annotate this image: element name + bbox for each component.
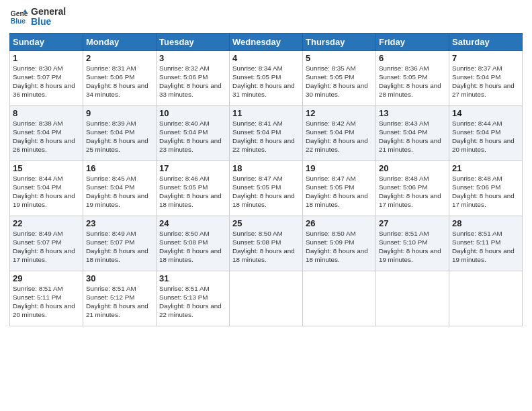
day-number: 28 <box>452 218 519 228</box>
day-info: Sunrise: 8:44 AM Sunset: 5:04 PM Dayligh… <box>452 119 519 154</box>
day-info: Sunrise: 8:32 AM Sunset: 5:06 PM Dayligh… <box>159 64 226 99</box>
calendar-cell: 15 Sunrise: 8:44 AM Sunset: 5:04 PM Dayl… <box>10 161 83 216</box>
calendar-week-row: 15 Sunrise: 8:44 AM Sunset: 5:04 PM Dayl… <box>10 161 523 216</box>
day-info: Sunrise: 8:46 AM Sunset: 5:05 PM Dayligh… <box>159 174 226 210</box>
day-number: 27 <box>379 218 446 228</box>
weekday-header-thursday: Thursday <box>303 33 376 50</box>
day-number: 11 <box>232 108 300 118</box>
day-number: 26 <box>306 218 373 228</box>
calendar-cell <box>230 271 303 326</box>
day-info: Sunrise: 8:51 AM Sunset: 5:13 PM Dayligh… <box>159 284 226 320</box>
day-number: 14 <box>452 108 519 118</box>
day-info: Sunrise: 8:39 AM Sunset: 5:04 PM Dayligh… <box>86 119 153 154</box>
day-number: 24 <box>159 218 226 228</box>
calendar-cell: 18 Sunrise: 8:47 AM Sunset: 5:05 PM Dayl… <box>230 161 303 216</box>
day-number: 10 <box>159 108 226 118</box>
calendar-cell: 26 Sunrise: 8:50 AM Sunset: 5:09 PM Dayl… <box>303 216 376 271</box>
weekday-header-friday: Friday <box>376 33 449 50</box>
calendar-cell: 11 Sunrise: 8:41 AM Sunset: 5:04 PM Dayl… <box>230 105 303 161</box>
day-info: Sunrise: 8:51 AM Sunset: 5:12 PM Dayligh… <box>86 284 153 320</box>
day-info: Sunrise: 8:43 AM Sunset: 5:04 PM Dayligh… <box>379 119 446 154</box>
calendar-cell: 8 Sunrise: 8:38 AM Sunset: 5:04 PM Dayli… <box>10 105 83 161</box>
calendar-cell: 12 Sunrise: 8:42 AM Sunset: 5:04 PM Dayl… <box>303 105 376 161</box>
day-number: 18 <box>232 163 300 173</box>
day-number: 19 <box>306 163 373 173</box>
day-info: Sunrise: 8:42 AM Sunset: 5:04 PM Dayligh… <box>306 119 373 154</box>
calendar-cell: 24 Sunrise: 8:50 AM Sunset: 5:08 PM Dayl… <box>157 216 230 271</box>
calendar-cell: 3 Sunrise: 8:32 AM Sunset: 5:06 PM Dayli… <box>157 50 230 105</box>
calendar-cell: 28 Sunrise: 8:51 AM Sunset: 5:11 PM Dayl… <box>449 216 523 271</box>
weekday-header-tuesday: Tuesday <box>157 33 230 50</box>
calendar-cell: 25 Sunrise: 8:50 AM Sunset: 5:08 PM Dayl… <box>230 216 303 271</box>
day-info: Sunrise: 8:51 AM Sunset: 5:11 PM Dayligh… <box>13 284 80 320</box>
day-number: 31 <box>159 273 226 283</box>
day-info: Sunrise: 8:48 AM Sunset: 5:06 PM Dayligh… <box>379 174 446 210</box>
day-info: Sunrise: 8:31 AM Sunset: 5:06 PM Dayligh… <box>86 64 153 99</box>
day-info: Sunrise: 8:44 AM Sunset: 5:04 PM Dayligh… <box>13 174 80 210</box>
calendar-cell: 27 Sunrise: 8:51 AM Sunset: 5:10 PM Dayl… <box>376 216 449 271</box>
day-info: Sunrise: 8:48 AM Sunset: 5:06 PM Dayligh… <box>452 174 519 210</box>
calendar-cell: 5 Sunrise: 8:35 AM Sunset: 5:05 PM Dayli… <box>303 50 376 105</box>
calendar-cell: 10 Sunrise: 8:40 AM Sunset: 5:04 PM Dayl… <box>157 105 230 161</box>
calendar-cell: 21 Sunrise: 8:48 AM Sunset: 5:06 PM Dayl… <box>449 161 523 216</box>
calendar-cell: 4 Sunrise: 8:34 AM Sunset: 5:05 PM Dayli… <box>230 50 303 105</box>
calendar-cell: 14 Sunrise: 8:44 AM Sunset: 5:04 PM Dayl… <box>449 105 523 161</box>
calendar-table: SundayMondayTuesdayWednesdayThursdayFrid… <box>9 33 523 326</box>
day-number: 9 <box>86 108 153 118</box>
calendar-cell: 7 Sunrise: 8:37 AM Sunset: 5:04 PM Dayli… <box>449 50 523 105</box>
logo: General Blue General Blue <box>9 7 66 28</box>
day-info: Sunrise: 8:30 AM Sunset: 5:07 PM Dayligh… <box>13 64 80 99</box>
day-info: Sunrise: 8:38 AM Sunset: 5:04 PM Dayligh… <box>13 119 80 154</box>
day-number: 30 <box>86 273 153 283</box>
day-info: Sunrise: 8:40 AM Sunset: 5:04 PM Dayligh… <box>159 119 226 154</box>
weekday-header-saturday: Saturday <box>449 33 523 50</box>
day-number: 22 <box>13 218 80 228</box>
calendar-week-row: 1 Sunrise: 8:30 AM Sunset: 5:07 PM Dayli… <box>10 50 523 105</box>
calendar-cell: 19 Sunrise: 8:47 AM Sunset: 5:05 PM Dayl… <box>303 161 376 216</box>
calendar-cell: 23 Sunrise: 8:49 AM Sunset: 5:07 PM Dayl… <box>83 216 157 271</box>
calendar-cell: 29 Sunrise: 8:51 AM Sunset: 5:11 PM Dayl… <box>10 271 83 326</box>
day-info: Sunrise: 8:50 AM Sunset: 5:08 PM Dayligh… <box>232 229 300 265</box>
day-number: 6 <box>379 53 446 63</box>
calendar-cell: 2 Sunrise: 8:31 AM Sunset: 5:06 PM Dayli… <box>83 50 157 105</box>
svg-text:Blue: Blue <box>11 18 26 26</box>
weekday-header-sunday: Sunday <box>10 33 83 50</box>
day-info: Sunrise: 8:45 AM Sunset: 5:04 PM Dayligh… <box>86 174 153 210</box>
calendar-week-row: 29 Sunrise: 8:51 AM Sunset: 5:11 PM Dayl… <box>10 271 523 326</box>
day-number: 23 <box>86 218 153 228</box>
calendar-cell: 22 Sunrise: 8:49 AM Sunset: 5:07 PM Dayl… <box>10 216 83 271</box>
day-info: Sunrise: 8:47 AM Sunset: 5:05 PM Dayligh… <box>232 174 300 210</box>
day-info: Sunrise: 8:51 AM Sunset: 5:10 PM Dayligh… <box>379 229 446 265</box>
day-number: 2 <box>86 53 153 63</box>
day-info: Sunrise: 8:37 AM Sunset: 5:04 PM Dayligh… <box>452 64 519 99</box>
calendar-cell: 1 Sunrise: 8:30 AM Sunset: 5:07 PM Dayli… <box>10 50 83 105</box>
day-number: 13 <box>379 108 446 118</box>
calendar-cell <box>376 271 449 326</box>
calendar-header-row: SundayMondayTuesdayWednesdayThursdayFrid… <box>10 33 523 50</box>
day-info: Sunrise: 8:51 AM Sunset: 5:11 PM Dayligh… <box>452 229 519 265</box>
day-info: Sunrise: 8:34 AM Sunset: 5:05 PM Dayligh… <box>232 64 300 99</box>
day-number: 7 <box>452 53 519 63</box>
day-info: Sunrise: 8:50 AM Sunset: 5:08 PM Dayligh… <box>159 229 226 265</box>
calendar-week-row: 8 Sunrise: 8:38 AM Sunset: 5:04 PM Dayli… <box>10 105 523 161</box>
calendar-cell: 17 Sunrise: 8:46 AM Sunset: 5:05 PM Dayl… <box>157 161 230 216</box>
day-info: Sunrise: 8:35 AM Sunset: 5:05 PM Dayligh… <box>306 64 373 99</box>
day-info: Sunrise: 8:50 AM Sunset: 5:09 PM Dayligh… <box>306 229 373 265</box>
day-number: 3 <box>159 53 226 63</box>
weekday-header-wednesday: Wednesday <box>230 33 303 50</box>
logo-icon: General Blue <box>9 7 28 26</box>
calendar-week-row: 22 Sunrise: 8:49 AM Sunset: 5:07 PM Dayl… <box>10 216 523 271</box>
day-number: 25 <box>232 218 300 228</box>
weekday-header-monday: Monday <box>83 33 157 50</box>
day-number: 12 <box>306 108 373 118</box>
day-info: Sunrise: 8:49 AM Sunset: 5:07 PM Dayligh… <box>86 229 153 265</box>
calendar-cell: 13 Sunrise: 8:43 AM Sunset: 5:04 PM Dayl… <box>376 105 449 161</box>
page-header: General Blue General Blue <box>9 7 523 28</box>
day-info: Sunrise: 8:47 AM Sunset: 5:05 PM Dayligh… <box>306 174 373 210</box>
main-container: General Blue General Blue SundayMondayTu… <box>0 0 532 332</box>
day-number: 5 <box>306 53 373 63</box>
day-number: 4 <box>232 53 300 63</box>
day-number: 29 <box>13 273 80 283</box>
calendar-cell <box>303 271 376 326</box>
calendar-cell: 31 Sunrise: 8:51 AM Sunset: 5:13 PM Dayl… <box>157 271 230 326</box>
